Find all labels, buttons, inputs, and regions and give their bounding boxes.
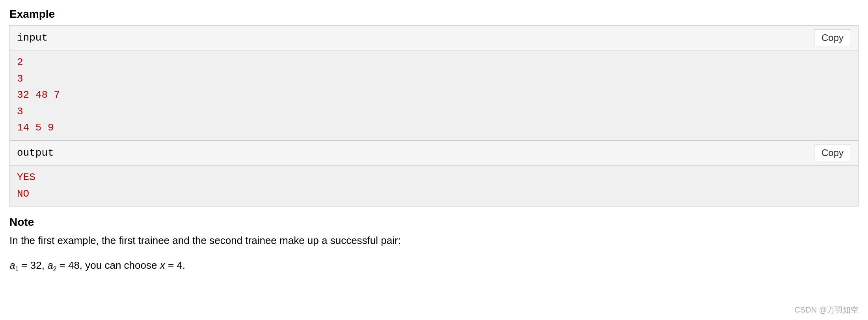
output-copy-button[interactable]: Copy	[814, 145, 851, 161]
input-line-1: 2	[17, 54, 851, 71]
input-line-5: 14 5 9	[17, 120, 851, 136]
note-text: In the first example, the first trainee …	[9, 233, 859, 249]
watermark: CSDN @万羽如空	[794, 305, 859, 315]
input-copy-button[interactable]: Copy	[814, 30, 851, 46]
note-title: Note	[9, 216, 859, 229]
output-line-1: YES	[17, 169, 851, 186]
input-line-4: 3	[17, 104, 851, 120]
input-line-2: 3	[17, 71, 851, 87]
output-line-2: NO	[17, 186, 851, 203]
input-block-header: input Copy	[10, 26, 858, 50]
input-line-3: 32 48 7	[17, 87, 851, 104]
input-label: input	[17, 32, 48, 44]
output-block-header: output Copy	[10, 140, 858, 166]
output-code-content: YES NO	[10, 166, 858, 206]
math-line: a1 = 32, a2 = 48, you can choose x = 4.	[9, 256, 859, 275]
output-label: output	[17, 147, 54, 159]
input-code-content: 2 3 32 48 7 3 14 5 9	[10, 50, 858, 140]
example-container: input Copy 2 3 32 48 7 3 14 5 9 output C…	[9, 25, 859, 207]
section-title: Example	[9, 8, 859, 20]
note-section: Note In the first example, the first tra…	[9, 216, 859, 275]
